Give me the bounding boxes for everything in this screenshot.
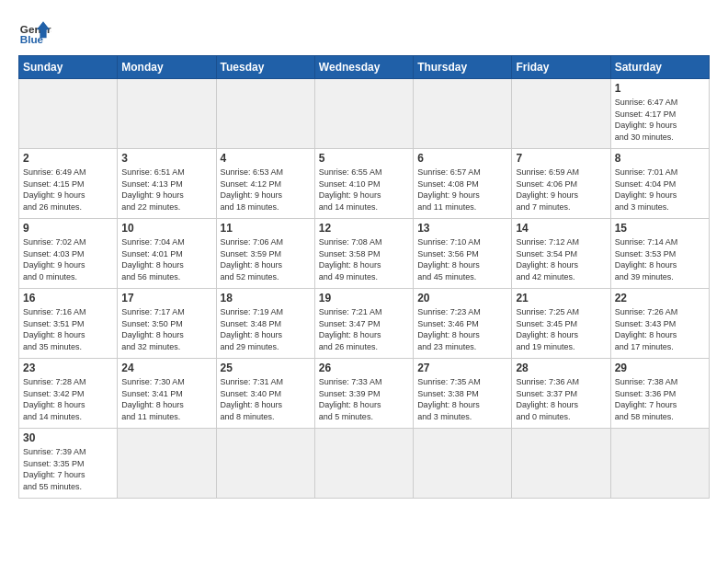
- day-info: Sunrise: 6:55 AM Sunset: 4:10 PM Dayligh…: [319, 167, 409, 213]
- calendar-cell: 21Sunrise: 7:25 AM Sunset: 3:45 PM Dayli…: [512, 289, 610, 359]
- day-info: Sunrise: 7:12 AM Sunset: 3:54 PM Dayligh…: [516, 236, 606, 282]
- day-number: 9: [23, 222, 113, 235]
- day-number: 30: [23, 431, 113, 444]
- calendar-cell: [216, 79, 314, 149]
- calendar-page: General Blue SundayMondayTuesdayWednesda…: [0, 0, 728, 563]
- day-number: 21: [516, 292, 606, 304]
- day-number: 28: [516, 362, 606, 374]
- calendar-cell: 1Sunrise: 6:47 AM Sunset: 4:17 PM Daylig…: [610, 79, 709, 149]
- day-number: 16: [23, 292, 113, 304]
- day-info: Sunrise: 7:19 AM Sunset: 3:48 PM Dayligh…: [221, 306, 311, 352]
- day-info: Sunrise: 7:36 AM Sunset: 3:37 PM Dayligh…: [516, 376, 606, 422]
- day-info: Sunrise: 7:23 AM Sunset: 3:46 PM Dayligh…: [417, 306, 507, 352]
- day-number: 18: [221, 292, 311, 304]
- day-info: Sunrise: 7:16 AM Sunset: 3:51 PM Dayligh…: [23, 306, 113, 352]
- calendar-cell: 18Sunrise: 7:19 AM Sunset: 3:48 PM Dayli…: [216, 289, 314, 359]
- day-info: Sunrise: 6:53 AM Sunset: 4:12 PM Dayligh…: [221, 167, 311, 213]
- weekday-sunday: Sunday: [19, 56, 118, 79]
- day-number: 26: [319, 362, 409, 374]
- day-info: Sunrise: 7:26 AM Sunset: 3:43 PM Dayligh…: [615, 306, 705, 352]
- day-info: Sunrise: 7:10 AM Sunset: 3:56 PM Dayligh…: [417, 236, 507, 282]
- day-number: 11: [221, 222, 311, 235]
- calendar-cell: [512, 429, 610, 499]
- day-number: 10: [121, 222, 211, 235]
- calendar-cell: [118, 429, 216, 499]
- calendar-cell: [118, 79, 216, 149]
- calendar-cell: 5Sunrise: 6:55 AM Sunset: 4:10 PM Daylig…: [314, 149, 413, 219]
- day-info: Sunrise: 6:51 AM Sunset: 4:13 PM Dayligh…: [121, 167, 211, 213]
- day-info: Sunrise: 7:08 AM Sunset: 3:58 PM Dayligh…: [319, 236, 409, 282]
- day-info: Sunrise: 7:38 AM Sunset: 3:36 PM Dayligh…: [615, 376, 705, 422]
- calendar-cell: 7Sunrise: 6:59 AM Sunset: 4:06 PM Daylig…: [512, 149, 610, 219]
- calendar-cell: [610, 429, 709, 499]
- day-number: 5: [319, 152, 409, 165]
- day-info: Sunrise: 7:35 AM Sunset: 3:38 PM Dayligh…: [417, 376, 507, 422]
- week-row-6: 30Sunrise: 7:39 AM Sunset: 3:35 PM Dayli…: [19, 429, 710, 499]
- day-info: Sunrise: 7:14 AM Sunset: 3:53 PM Dayligh…: [615, 236, 705, 282]
- calendar-cell: 13Sunrise: 7:10 AM Sunset: 3:56 PM Dayli…: [414, 219, 512, 289]
- calendar-cell: 12Sunrise: 7:08 AM Sunset: 3:58 PM Dayli…: [314, 219, 413, 289]
- day-info: Sunrise: 7:02 AM Sunset: 4:03 PM Dayligh…: [23, 236, 113, 282]
- calendar-cell: 30Sunrise: 7:39 AM Sunset: 3:35 PM Dayli…: [19, 429, 118, 499]
- weekday-tuesday: Tuesday: [216, 56, 314, 79]
- day-info: Sunrise: 7:28 AM Sunset: 3:42 PM Dayligh…: [23, 376, 113, 422]
- weekday-saturday: Saturday: [610, 56, 709, 79]
- calendar-cell: 22Sunrise: 7:26 AM Sunset: 3:43 PM Dayli…: [610, 289, 709, 359]
- week-row-1: 1Sunrise: 6:47 AM Sunset: 4:17 PM Daylig…: [19, 79, 710, 149]
- day-info: Sunrise: 7:25 AM Sunset: 3:45 PM Dayligh…: [516, 306, 606, 352]
- day-info: Sunrise: 6:49 AM Sunset: 4:15 PM Dayligh…: [23, 167, 113, 213]
- day-number: 17: [121, 292, 211, 304]
- day-info: Sunrise: 7:39 AM Sunset: 3:35 PM Dayligh…: [23, 446, 113, 492]
- calendar-cell: [414, 429, 512, 499]
- day-number: 22: [615, 292, 705, 304]
- day-info: Sunrise: 7:06 AM Sunset: 3:59 PM Dayligh…: [221, 236, 311, 282]
- weekday-friday: Friday: [512, 56, 610, 79]
- day-info: Sunrise: 6:47 AM Sunset: 4:17 PM Dayligh…: [615, 97, 705, 143]
- day-info: Sunrise: 6:59 AM Sunset: 4:06 PM Dayligh…: [516, 167, 606, 213]
- calendar-cell: [512, 79, 610, 149]
- calendar-table: SundayMondayTuesdayWednesdayThursdayFrid…: [18, 55, 710, 499]
- calendar-cell: [414, 79, 512, 149]
- calendar-cell: 9Sunrise: 7:02 AM Sunset: 4:03 PM Daylig…: [19, 219, 118, 289]
- calendar-cell: [314, 79, 413, 149]
- calendar-cell: 24Sunrise: 7:30 AM Sunset: 3:41 PM Dayli…: [118, 359, 216, 429]
- calendar-cell: 3Sunrise: 6:51 AM Sunset: 4:13 PM Daylig…: [118, 149, 216, 219]
- day-number: 13: [417, 222, 507, 235]
- calendar-cell: [314, 429, 413, 499]
- weekday-wednesday: Wednesday: [314, 56, 413, 79]
- day-info: Sunrise: 7:30 AM Sunset: 3:41 PM Dayligh…: [121, 376, 211, 422]
- day-number: 14: [516, 222, 606, 235]
- calendar-cell: 28Sunrise: 7:36 AM Sunset: 3:37 PM Dayli…: [512, 359, 610, 429]
- week-row-3: 9Sunrise: 7:02 AM Sunset: 4:03 PM Daylig…: [19, 219, 710, 289]
- calendar-cell: 8Sunrise: 7:01 AM Sunset: 4:04 PM Daylig…: [610, 149, 709, 219]
- calendar-cell: 25Sunrise: 7:31 AM Sunset: 3:40 PM Dayli…: [216, 359, 314, 429]
- day-info: Sunrise: 7:33 AM Sunset: 3:39 PM Dayligh…: [319, 376, 409, 422]
- week-row-5: 23Sunrise: 7:28 AM Sunset: 3:42 PM Dayli…: [19, 359, 710, 429]
- header: General Blue: [18, 15, 710, 48]
- calendar-cell: 16Sunrise: 7:16 AM Sunset: 3:51 PM Dayli…: [19, 289, 118, 359]
- day-info: Sunrise: 7:21 AM Sunset: 3:47 PM Dayligh…: [319, 306, 409, 352]
- calendar-cell: 29Sunrise: 7:38 AM Sunset: 3:36 PM Dayli…: [610, 359, 709, 429]
- weekday-header-row: SundayMondayTuesdayWednesdayThursdayFrid…: [19, 56, 710, 79]
- day-number: 20: [417, 292, 507, 304]
- calendar-cell: 2Sunrise: 6:49 AM Sunset: 4:15 PM Daylig…: [19, 149, 118, 219]
- calendar-cell: [216, 429, 314, 499]
- day-number: 4: [221, 152, 311, 165]
- calendar-cell: 27Sunrise: 7:35 AM Sunset: 3:38 PM Dayli…: [414, 359, 512, 429]
- day-number: 3: [121, 152, 211, 165]
- calendar-cell: 20Sunrise: 7:23 AM Sunset: 3:46 PM Dayli…: [414, 289, 512, 359]
- day-info: Sunrise: 7:31 AM Sunset: 3:40 PM Dayligh…: [221, 376, 311, 422]
- calendar-cell: 4Sunrise: 6:53 AM Sunset: 4:12 PM Daylig…: [216, 149, 314, 219]
- weekday-monday: Monday: [118, 56, 216, 79]
- day-number: 2: [23, 152, 113, 165]
- calendar-cell: 14Sunrise: 7:12 AM Sunset: 3:54 PM Dayli…: [512, 219, 610, 289]
- day-number: 7: [516, 152, 606, 165]
- day-number: 29: [615, 362, 705, 374]
- week-row-2: 2Sunrise: 6:49 AM Sunset: 4:15 PM Daylig…: [19, 149, 710, 219]
- week-row-4: 16Sunrise: 7:16 AM Sunset: 3:51 PM Dayli…: [19, 289, 710, 359]
- day-number: 6: [417, 152, 507, 165]
- calendar-cell: 26Sunrise: 7:33 AM Sunset: 3:39 PM Dayli…: [314, 359, 413, 429]
- day-info: Sunrise: 6:57 AM Sunset: 4:08 PM Dayligh…: [417, 167, 507, 213]
- day-number: 8: [615, 152, 705, 165]
- calendar-cell: 15Sunrise: 7:14 AM Sunset: 3:53 PM Dayli…: [610, 219, 709, 289]
